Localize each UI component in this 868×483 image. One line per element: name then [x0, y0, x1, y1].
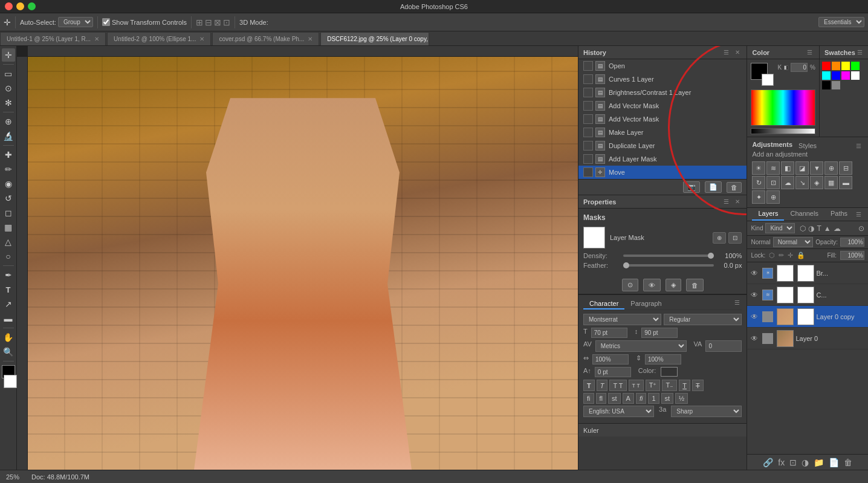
swatches-menu-btn[interactable]: ☰	[855, 49, 864, 56]
adj-gradient-map-icon[interactable]: ▬	[839, 176, 852, 189]
align-left-icon[interactable]: ⊞	[196, 18, 203, 27]
color-menu-btn[interactable]: ☰	[805, 49, 814, 56]
lasso-tool[interactable]: ⊙	[2, 82, 15, 95]
crop-tool[interactable]: ⊕	[2, 115, 15, 128]
properties-menu-btn[interactable]: ☰	[722, 198, 731, 205]
swatch-orange[interactable]	[832, 62, 840, 70]
type-tool[interactable]: T	[2, 283, 15, 296]
layer-eye-1[interactable]: 👁	[751, 291, 760, 299]
oldstyle-btn[interactable]: A	[623, 393, 634, 404]
layer-row-curves[interactable]: 👁 ≋ C...	[747, 284, 868, 306]
adj-photofilter-icon[interactable]: ↻	[752, 176, 765, 189]
tab-paragraph[interactable]: Paragraph	[624, 299, 667, 310]
shape-tool[interactable]: ▬	[2, 312, 15, 325]
tracking-field[interactable]	[705, 340, 742, 352]
delete-mask-btn[interactable]: 🗑	[686, 279, 704, 291]
ligatures-2-btn[interactable]: ﬂ	[596, 393, 607, 404]
fractions-btn[interactable]: ½	[675, 393, 688, 404]
tab-0-close[interactable]: ✕	[94, 36, 99, 42]
bold-btn[interactable]: T	[583, 380, 595, 391]
tab-2-close[interactable]: ✕	[308, 36, 313, 42]
close-button[interactable]	[5, 2, 13, 10]
eraser-tool[interactable]: ◻	[2, 206, 15, 219]
new-layer-btn[interactable]: 📄	[829, 458, 839, 467]
minimize-button[interactable]	[16, 2, 24, 10]
layer-styles-btn[interactable]: fx	[778, 458, 785, 467]
scale-v-field[interactable]	[645, 354, 681, 365]
selection-from-mask-btn[interactable]: ⊙	[622, 279, 638, 291]
filter-type-icon[interactable]: T	[817, 224, 821, 233]
history-item-open[interactable]: ▤ Open	[578, 59, 747, 73]
adj-vibrance-icon[interactable]: ◪	[795, 161, 809, 175]
filter-smart-icon[interactable]: ☁	[834, 224, 841, 233]
font-size-field[interactable]	[591, 328, 627, 338]
auto-select-dropdown[interactable]: Group	[58, 17, 93, 27]
filter-toggle-icon[interactable]: ⊙	[858, 224, 864, 233]
adj-exposure-icon[interactable]: ◧	[781, 161, 794, 175]
history-item-move[interactable]: ✛ Move	[578, 166, 747, 179]
adj-hsl-icon[interactable]: ▼	[810, 161, 823, 175]
font-family-select[interactable]: Montserrat	[583, 314, 661, 325]
align-center-icon[interactable]: ⊟	[205, 18, 212, 27]
mask-disable-btn[interactable]: ⊡	[728, 232, 742, 244]
tab-2[interactable]: cover.psd @ 66.7% (Make Ph... ✕	[212, 32, 319, 45]
workspace-dropdown[interactable]: Essentials	[818, 17, 864, 27]
new-group-btn[interactable]: 📁	[814, 458, 824, 467]
swatch-white[interactable]	[851, 71, 860, 80]
window-controls[interactable]	[5, 2, 36, 10]
feather-slider[interactable]	[623, 264, 714, 267]
new-snapshot-btn[interactable]: 📷	[683, 181, 700, 193]
align-right-icon[interactable]: ⊠	[214, 18, 221, 27]
lock-pixels-btn[interactable]: ✏	[779, 251, 784, 259]
layer-eye-0[interactable]: 👁	[751, 269, 760, 277]
layers-tab[interactable]: Layers	[752, 207, 784, 221]
history-item-add-vector-mask-1[interactable]: ▤ Add Vector Mask	[578, 99, 747, 112]
swatch-red[interactable]	[822, 62, 831, 70]
filter-pixel-icon[interactable]: ⬡	[800, 224, 806, 233]
swatch-cyan[interactable]	[822, 71, 831, 80]
layers-menu-btn[interactable]: ☰	[854, 211, 863, 218]
tab-character[interactable]: Character	[583, 299, 624, 310]
swatch-magenta[interactable]	[841, 71, 850, 80]
pen-tool[interactable]: ✒	[2, 268, 15, 282]
swash-btn[interactable]: fi	[636, 393, 647, 404]
distribute-icon[interactable]: ⊡	[223, 18, 230, 27]
adj-channelmix-icon[interactable]: ⊡	[766, 176, 780, 189]
blend-mode-select[interactable]: Normal	[773, 237, 814, 247]
contextual-btn[interactable]: st	[661, 393, 674, 404]
titling-btn[interactable]: 1	[648, 393, 659, 404]
stamp-tool[interactable]: ◉	[2, 177, 15, 190]
history-item-brightness[interactable]: ▤ Brightness/Contrast 1 Layer	[578, 86, 747, 99]
blur-tool[interactable]: △	[2, 235, 15, 248]
layer-row-copy[interactable]: 👁 Layer 0 copy	[747, 306, 868, 328]
filter-adjust-icon[interactable]: ◑	[808, 224, 814, 233]
transform-controls-checkbox[interactable]	[102, 18, 110, 26]
apply-mask-btn[interactable]: 👁	[643, 279, 661, 291]
new-adjustment-layer-btn[interactable]: ◑	[802, 458, 809, 467]
link-layers-btn[interactable]: 🔗	[763, 458, 773, 467]
adj-brightness-icon[interactable]: ☀	[752, 161, 765, 175]
history-menu-btn[interactable]: ☰	[722, 49, 731, 56]
sub-btn[interactable]: T₋	[662, 380, 677, 391]
lock-transparent-btn[interactable]: ⬡	[769, 251, 775, 259]
tab-1-close[interactable]: ✕	[199, 36, 204, 42]
adj-blackwhite-icon[interactable]: ⊟	[839, 161, 852, 175]
opacity-input[interactable]	[840, 238, 864, 247]
ligatures-btn[interactable]: fi	[583, 393, 594, 404]
swatch-blue[interactable]	[832, 71, 840, 80]
adj-threshold-icon[interactable]: ▦	[824, 176, 838, 189]
language-select[interactable]: English: USA	[583, 406, 654, 417]
scale-h-field[interactable]	[592, 354, 629, 365]
layer-row-0[interactable]: 👁 Layer 0	[747, 328, 868, 349]
leading-field[interactable]	[641, 328, 678, 338]
strikethrough-btn[interactable]: T	[692, 380, 704, 391]
add-mask-btn[interactable]: ⊡	[789, 458, 797, 467]
density-slider[interactable]	[623, 254, 714, 257]
healing-tool[interactable]: ✚	[2, 148, 15, 161]
layer-row-brightness[interactable]: 👁 ☀ Br...	[747, 262, 868, 284]
tab-0[interactable]: Untitled-1 @ 25% (Layer 1, R... ✕	[0, 32, 106, 45]
text-color-swatch[interactable]	[661, 367, 678, 377]
eyedropper-tool[interactable]: 🔬	[2, 129, 15, 143]
move-tool[interactable]: ✛	[2, 48, 15, 62]
adj-curves-icon[interactable]: ≋	[766, 161, 780, 175]
